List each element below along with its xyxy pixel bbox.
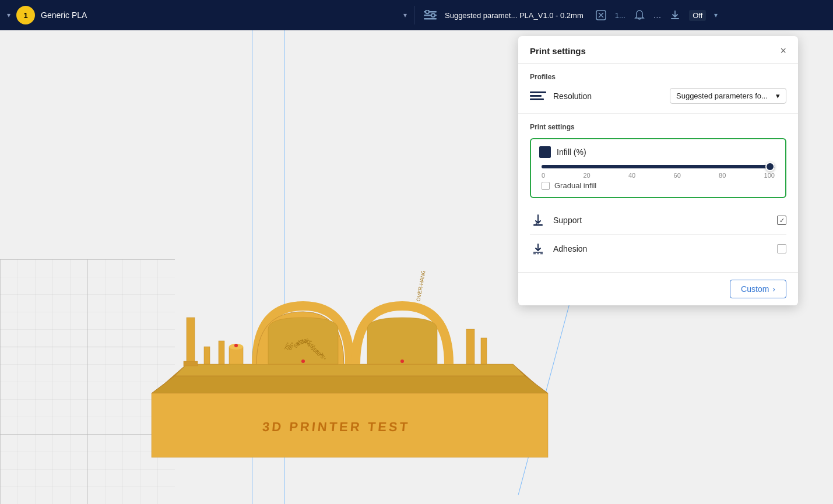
printer-selector[interactable]: ▾ 1 Generic PLA ▾: [0, 6, 414, 24]
slider-labels: 0 20 40 60 80 100: [542, 172, 775, 179]
support-checkbox[interactable]: ✓: [777, 216, 786, 225]
svg-rect-41: [533, 224, 543, 226]
support-icon: [530, 212, 546, 228]
profiles-section: Profiles Resolution Suggested parameters…: [518, 64, 798, 114]
custom-btn-arrow: ›: [772, 284, 775, 294]
svg-rect-2: [424, 18, 437, 20]
close-button[interactable]: ×: [780, 45, 786, 56]
printer-badge: 1: [16, 6, 35, 24]
svg-marker-12: [152, 376, 548, 393]
support-label: Support: [553, 216, 770, 225]
svg-text:3D PRINTER TEST: 3D PRINTER TEST: [262, 420, 410, 434]
infill-color-block: [539, 146, 551, 158]
res-line-1: [530, 91, 546, 93]
svg-rect-35: [466, 329, 475, 364]
printer-name-dropdown-arrow[interactable]: ▾: [403, 11, 407, 19]
resolution-label: Resolution: [553, 91, 663, 101]
svg-point-38: [301, 360, 305, 363]
svg-point-40: [234, 344, 238, 347]
printer-name: Generic PLA: [41, 10, 87, 20]
svg-rect-31: [187, 318, 195, 364]
adhesion-row: Adhesion: [530, 235, 786, 263]
infill-slider-thumb[interactable]: [765, 162, 775, 171]
adhesion-checkbox[interactable]: [777, 244, 786, 253]
svg-rect-32: [184, 361, 198, 366]
infill-slider-fill: [542, 165, 775, 168]
infill-slider-track[interactable]: [542, 165, 775, 168]
more-icon[interactable]: ...: [653, 10, 661, 20]
panel-title: Print settings: [530, 46, 586, 56]
3d-model: 3D PRINTER TEST 75° 65° 55° 45° 30° 75° …: [128, 271, 571, 469]
panel-footer: Custom ›: [518, 273, 798, 305]
infill-slider-container: 0 20 40 60 80 100: [539, 165, 777, 179]
resolution-icon: [530, 90, 546, 103]
profiles-label: Profiles: [530, 73, 786, 81]
slider-label-0: 0: [542, 172, 545, 179]
adhesion-icon: [530, 241, 546, 257]
print-settings-panel: Print settings × Profiles Resolution Sug…: [518, 36, 798, 305]
gradual-infill-row: Gradual infill: [539, 179, 777, 190]
gradual-infill-label: Gradual infill: [554, 181, 596, 190]
top-bar: ▾ 1 Generic PLA ▾ Suggested paramet... P…: [0, 0, 833, 30]
profile-dropdown[interactable]: Suggested parameters fo... ▾: [670, 88, 786, 104]
svg-marker-14: [175, 364, 525, 376]
svg-point-39: [400, 360, 404, 363]
svg-text:OVER-HANG TEST: OVER-HANG TEST: [415, 271, 429, 302]
gradual-infill-checkbox[interactable]: [542, 182, 550, 190]
slider-label-80: 80: [719, 172, 726, 179]
svg-rect-36: [481, 338, 487, 364]
res-line-3: [530, 98, 544, 100]
panel-header: Print settings ×: [518, 36, 798, 64]
bell-icon[interactable]: [634, 9, 645, 21]
counter-badge[interactable]: 1...: [615, 11, 625, 20]
off-badge[interactable]: Off: [689, 10, 706, 21]
custom-btn-label: Custom: [741, 284, 769, 294]
download-icon[interactable]: [669, 9, 681, 21]
svg-point-3: [426, 10, 429, 13]
svg-rect-34: [219, 341, 224, 364]
profile-dropdown-arrow: ▾: [776, 91, 780, 100]
res-line-2: [530, 95, 542, 97]
profile-text: Suggested paramet... PLA_V1.0 - 0.2mm: [445, 11, 584, 20]
profile-bar: Suggested paramet... PLA_V1.0 - 0.2mm 1.…: [414, 9, 833, 21]
svg-rect-33: [204, 347, 210, 364]
support-row: Support ✓: [530, 206, 786, 235]
infill-card: Infill (%) 0 20 40 60 80 100: [530, 138, 786, 198]
slider-label-40: 40: [628, 172, 635, 179]
profile-x-icon[interactable]: [595, 9, 607, 21]
custom-button[interactable]: Custom ›: [730, 280, 786, 298]
print-settings-label: Print settings: [530, 123, 786, 131]
adhesion-label: Adhesion: [553, 244, 770, 253]
topbar-right-arrow[interactable]: ▾: [714, 11, 718, 19]
infill-label: Infill (%): [557, 147, 586, 157]
svg-rect-8: [671, 18, 679, 19]
slider-label-20: 20: [583, 172, 590, 179]
profile-dropdown-text: Suggested parameters fo...: [676, 91, 768, 100]
profile-row: Resolution Suggested parameters fo... ▾: [530, 88, 786, 104]
svg-point-4: [431, 13, 435, 17]
infill-header: Infill (%): [539, 146, 777, 158]
settings-lines-icon[interactable]: [424, 10, 437, 20]
slider-label-100: 100: [764, 172, 775, 179]
printer-dropdown-arrow[interactable]: ▾: [7, 11, 10, 19]
print-settings-section: Print settings Infill (%) 0 20 40 60 80 …: [518, 114, 798, 273]
slider-label-60: 60: [674, 172, 681, 179]
